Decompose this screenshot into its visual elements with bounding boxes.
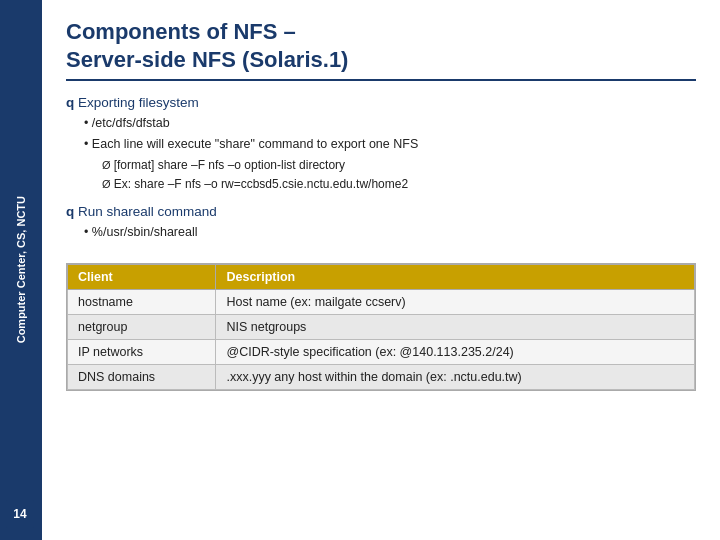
section-heading-shareall: Run shareall command [66,204,696,219]
section-heading-exporting: Exporting filesystem [66,95,696,110]
table-cell-client: hostname [68,290,216,315]
table-cell-description: Host name (ex: mailgate ccserv) [216,290,695,315]
client-table-wrap: Client Description hostnameHost name (ex… [66,263,696,391]
sidebar-label: Computer Center, CS, NCTU [14,196,28,343]
sub-format: [format] share –F nfs –o option-list dir… [102,156,696,174]
page-number: 14 [6,500,34,528]
section-shareall: Run shareall command %/usr/sbin/shareall [66,204,696,244]
client-table: Client Description hostnameHost name (ex… [67,264,695,390]
table-row: IP networks@CIDR-style specification (ex… [68,340,695,365]
table-cell-description: .xxx.yyy any host within the domain (ex:… [216,365,695,390]
table-header-row: Client Description [68,265,695,290]
table-row: hostnameHost name (ex: mailgate ccserv) [68,290,695,315]
table-cell-client: DNS domains [68,365,216,390]
bullet-share-command: Each line will execute "share" command t… [84,135,696,154]
table-cell-description: @CIDR-style specification (ex: @140.113.… [216,340,695,365]
table-cell-client: netgroup [68,315,216,340]
sub-example: Ex: share –F nfs –o rw=ccbsd5.csie.nctu.… [102,175,696,193]
bullet-dfstab: /etc/dfs/dfstab [84,114,696,133]
title-divider [66,79,696,81]
page-title: Components of NFS – Server-side NFS (Sol… [66,18,696,73]
table-row: DNS domains.xxx.yyy any host within the … [68,365,695,390]
bullet-shareall-cmd: %/usr/sbin/shareall [84,223,696,242]
table-cell-description: NIS netgroups [216,315,695,340]
section-exporting: Exporting filesystem /etc/dfs/dfstab Eac… [66,95,696,194]
col-description: Description [216,265,695,290]
table-cell-client: IP networks [68,340,216,365]
table-row: netgroupNIS netgroups [68,315,695,340]
sidebar: Computer Center, CS, NCTU [0,0,42,540]
main-content: Components of NFS – Server-side NFS (Sol… [42,0,720,540]
col-client: Client [68,265,216,290]
